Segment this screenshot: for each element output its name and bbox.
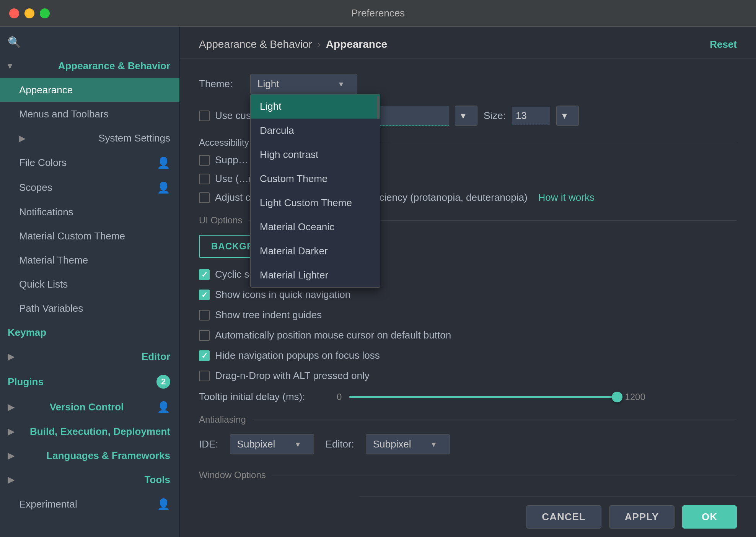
sidebar-item-tools[interactable]: ▶ Tools [0, 468, 179, 492]
theme-option-material-oceanic[interactable]: Material Oceanic [251, 215, 380, 239]
size-dropdown-arrow: ▾ [562, 110, 567, 122]
auto-position-checkbox[interactable] [199, 330, 210, 341]
content-body: Theme: Light ▾ Light Darcula [180, 59, 756, 537]
ok-button[interactable]: OK [682, 505, 737, 529]
ide-dropdown-arrow-icon: ▾ [296, 439, 300, 449]
tooltip-slider-row: Tooltip initial delay (ms): 0 1200 [199, 391, 737, 403]
show-icons-checkbox-label[interactable]: Show icons in quick navigation [199, 289, 350, 301]
window-options-label: Window Options [199, 470, 737, 480]
sidebar-item-label: Quick Lists [19, 278, 68, 290]
chevron-right-icon: ▶ [19, 133, 26, 143]
sidebar-item-label: Experimental [19, 498, 77, 510]
show-icons-row: Show icons in quick navigation [199, 289, 737, 301]
sidebar-item-languages-frameworks[interactable]: ▶ Languages & Frameworks [0, 444, 179, 468]
search-icon: 🔍 [8, 36, 21, 49]
apply-button[interactable]: APPLY [609, 505, 675, 529]
support-screen-readers-label[interactable]: Supp… [199, 154, 248, 166]
sidebar-item-editor[interactable]: ▶ Editor [0, 345, 179, 369]
font-dropdown-arrow: ▾ [461, 110, 466, 122]
sidebar-item-quick-lists[interactable]: Quick Lists [0, 272, 179, 296]
theme-option-custom-theme[interactable]: Custom Theme [251, 167, 380, 191]
drag-drop-checkbox-label[interactable]: Drag-n-Drop with ALT pressed only [199, 370, 370, 382]
sidebar-item-label: Version Control [50, 401, 124, 413]
ide-label: IDE: [199, 438, 218, 450]
slider-thumb[interactable] [612, 392, 622, 402]
hide-nav-checkbox[interactable] [199, 350, 210, 361]
titlebar: Preferences [0, 0, 756, 27]
theme-option-material-lighter[interactable]: Material Lighter [251, 263, 380, 287]
sidebar-item-label: Languages & Frameworks [46, 450, 170, 462]
dropdown-arrow-icon: ▾ [339, 79, 343, 89]
sidebar-item-label: Appearance & Behavior [58, 60, 170, 72]
theme-option-material-darker[interactable]: Material Darker [251, 239, 380, 263]
slider-min: 0 [337, 392, 342, 402]
breadcrumb-current: Appearance [326, 38, 387, 50]
theme-row: Theme: Light ▾ Light Darcula [199, 74, 737, 94]
dropdown-scrollbar [377, 96, 379, 119]
sidebar: 🔍 ▾ Appearance & Behavior Appearance Men… [0, 27, 180, 537]
antialiasing-section: Antialiasing IDE: Subpixel ▾ Editor: Sub… [199, 414, 737, 454]
content-header: Appearance & Behavior › Appearance Reset [180, 27, 756, 59]
use-custom-font-checkbox[interactable] [199, 111, 210, 121]
size-dropdown[interactable]: ▾ [556, 106, 579, 126]
show-icons-checkbox[interactable] [199, 290, 210, 300]
tooltip-slider[interactable] [349, 396, 617, 398]
sidebar-item-material-custom-theme[interactable]: Material Custom Theme [0, 224, 179, 248]
drag-drop-checkbox[interactable] [199, 371, 210, 381]
cyclic-scrolling-checkbox[interactable] [199, 269, 210, 280]
tooltip-label: Tooltip initial delay (ms): [199, 391, 329, 403]
cancel-button[interactable]: CANCEL [526, 505, 601, 529]
theme-option-light[interactable]: Light [251, 94, 380, 119]
show-tree-row: Show tree indent guides [199, 309, 737, 321]
sidebar-item-experimental[interactable]: Experimental 👤 [0, 492, 179, 517]
adjust-colors-checkbox[interactable] [199, 192, 210, 203]
sidebar-item-version-control[interactable]: ▶ Version Control 👤 [0, 395, 179, 420]
theme-option-light-custom-theme[interactable]: Light Custom Theme [251, 191, 380, 215]
sidebar-item-system-settings[interactable]: ▶ System Settings [0, 126, 179, 150]
font-dropdown[interactable]: ▾ [455, 106, 477, 126]
theme-dropdown-wrapper: Light ▾ Light Darcula High contrast [250, 74, 357, 94]
theme-dropdown[interactable]: Light ▾ [250, 74, 357, 94]
breadcrumb-parent: Appearance & Behavior [199, 38, 312, 50]
how-it-works-link[interactable]: How it works [538, 192, 595, 203]
theme-label: Theme: [199, 78, 241, 90]
antialias-row: IDE: Subpixel ▾ Editor: Subpixel ▾ [199, 434, 737, 454]
search-bar[interactable]: 🔍 [0, 31, 179, 54]
ide-antialias-dropdown[interactable]: Subpixel ▾ [230, 434, 314, 454]
slider-max: 1200 [625, 392, 645, 402]
sidebar-item-path-variables[interactable]: Path Variables [0, 296, 179, 321]
sidebar-item-appearance-behavior[interactable]: ▾ Appearance & Behavior [0, 54, 179, 78]
use-accessibility-checkbox[interactable] [199, 174, 210, 184]
window-title: Preferences [351, 7, 405, 19]
sidebar-item-plugins[interactable]: Plugins 2 [0, 369, 179, 395]
show-tree-checkbox[interactable] [199, 310, 210, 321]
sidebar-item-material-theme[interactable]: Material Theme [0, 248, 179, 272]
theme-option-high-contrast[interactable]: High contrast [251, 143, 380, 167]
sidebar-item-keymap[interactable]: Keymap [0, 321, 179, 345]
sidebar-item-file-colors[interactable]: File Colors 👤 [0, 150, 179, 175]
sidebar-item-menus-toolbars[interactable]: Menus and Toolbars [0, 102, 179, 126]
show-tree-checkbox-label[interactable]: Show tree indent guides [199, 309, 322, 321]
close-button[interactable] [9, 8, 19, 18]
sidebar-item-build-exec-deploy[interactable]: ▶ Build, Execution, Deployment [0, 420, 179, 444]
minimize-button[interactable] [24, 8, 34, 18]
editor-antialias-dropdown[interactable]: Subpixel ▾ [366, 434, 450, 454]
sidebar-item-label: Build, Execution, Deployment [30, 426, 170, 438]
content-area: Appearance & Behavior › Appearance Reset… [180, 27, 756, 537]
size-input[interactable] [512, 107, 550, 125]
support-screen-readers-checkbox[interactable] [199, 155, 210, 166]
hide-nav-checkbox-label[interactable]: Hide navigation popups on focus loss [199, 350, 380, 361]
maximize-button[interactable] [40, 8, 50, 18]
reset-button[interactable]: Reset [710, 39, 737, 50]
auto-position-checkbox-label[interactable]: Automatically position mouse cursor on d… [199, 329, 451, 341]
sidebar-item-label: Appearance [19, 84, 73, 96]
sidebar-item-label: Path Variables [19, 303, 83, 314]
main-layout: 🔍 ▾ Appearance & Behavior Appearance Men… [0, 27, 756, 537]
sidebar-item-appearance[interactable]: Appearance [0, 78, 179, 102]
theme-option-darcula[interactable]: Darcula [251, 119, 380, 143]
sidebar-item-label: Editor [142, 351, 170, 363]
sidebar-item-notifications[interactable]: Notifications [0, 200, 179, 224]
antialiasing-section-label: Antialiasing [199, 414, 737, 425]
slider-fill [349, 396, 617, 398]
sidebar-item-scopes[interactable]: Scopes 👤 [0, 175, 179, 200]
